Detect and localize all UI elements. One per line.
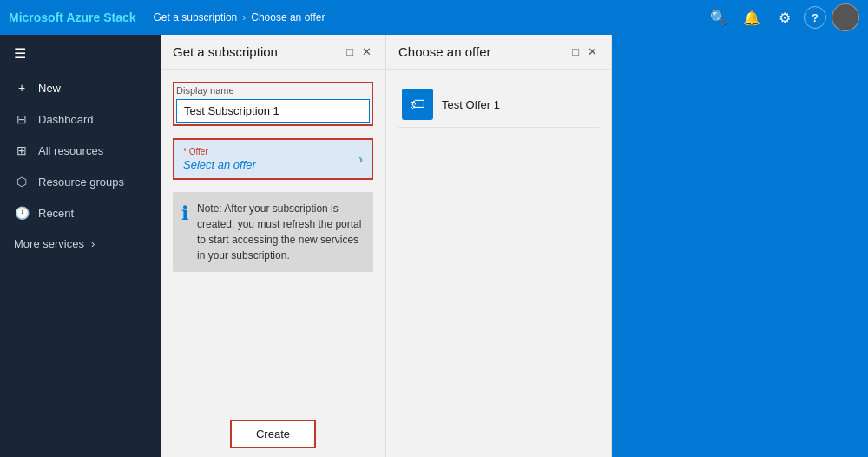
more-services-label: More services [14, 237, 84, 250]
display-name-group: Display name [173, 82, 373, 126]
close-offer-panel-icon[interactable]: ✕ [586, 43, 599, 60]
breadcrumb-sep: › [242, 11, 246, 23]
resource-groups-icon: ⬡ [14, 175, 30, 189]
display-name-input[interactable] [176, 99, 370, 123]
choose-offer-panel-title: Choose an offer [398, 44, 490, 59]
breadcrumb: Get a subscription › Choose an offer [154, 11, 705, 23]
choose-offer-panel-header: Choose an offer □ ✕ [386, 35, 611, 70]
get-subscription-panel-footer: Create [161, 411, 385, 457]
breadcrumb-item-1[interactable]: Get a subscription [154, 11, 238, 23]
minimize-offer-panel-icon[interactable]: □ [570, 43, 581, 60]
sidebar-item-dashboard[interactable]: ⊟ Dashboard [0, 103, 161, 135]
choose-offer-panel-body: 🏷 Test Offer 1 [386, 70, 611, 140]
offer-value: Select an offer [183, 158, 256, 171]
brand-logo: Microsoft Azure Stack [9, 10, 136, 24]
display-name-label: Display name [176, 85, 370, 96]
new-icon: + [14, 81, 30, 95]
offer-label: * Offer [183, 147, 256, 156]
offer-selector-content: * Offer Select an offer [183, 147, 256, 171]
sidebar-item-all-resources-label: All resources [38, 144, 103, 157]
avatar[interactable] [832, 3, 859, 31]
offer-list-item[interactable]: 🏷 Test Offer 1 [398, 82, 599, 128]
sidebar-item-new-label: New [38, 82, 61, 95]
sidebar-item-new[interactable]: + New [0, 72, 161, 103]
get-subscription-panel-body: Display name * Offer Select an offer › ℹ… [161, 70, 385, 411]
search-icon[interactable]: 🔍 [705, 3, 733, 31]
create-button[interactable]: Create [230, 420, 316, 448]
notifications-icon[interactable]: 🔔 [738, 3, 766, 31]
topbar-icons: 🔍 🔔 ⚙ ? [705, 3, 859, 31]
brand-azure: Azure Stack [66, 10, 135, 24]
choose-offer-panel-icons: □ ✕ [570, 43, 599, 60]
brand-ms: Microsoft [9, 10, 66, 24]
choose-offer-panel: Choose an offer □ ✕ 🏷 Test Offer 1 [386, 35, 612, 457]
info-icon: ℹ [181, 202, 188, 263]
sidebar-item-recent[interactable]: 🕐 Recent [0, 197, 161, 228]
offer-chevron-icon: › [358, 152, 363, 166]
main-layout: ☰ + New ⊟ Dashboard ⊞ All resources ⬡ Re… [0, 35, 868, 457]
all-resources-icon: ⊞ [14, 143, 30, 157]
sidebar-item-recent-label: Recent [38, 207, 74, 220]
close-panel-icon[interactable]: ✕ [360, 43, 373, 60]
get-subscription-panel: Get a subscription □ ✕ Display name * Of… [161, 35, 386, 457]
dashboard-icon: ⊟ [14, 112, 30, 126]
topbar: Microsoft Azure Stack Get a subscription… [0, 0, 868, 35]
offer-tag-icon: 🏷 [402, 89, 433, 120]
sidebar-more-services[interactable]: More services › [0, 228, 161, 259]
breadcrumb-item-2[interactable]: Choose an offer [251, 11, 325, 23]
sidebar-item-resource-groups[interactable]: ⬡ Resource groups [0, 166, 161, 197]
blue-background-area [612, 35, 868, 457]
info-note: ℹ Note: After your subscription is creat… [173, 192, 373, 272]
sidebar-item-resource-groups-label: Resource groups [38, 176, 124, 189]
help-icon[interactable]: ? [804, 6, 826, 29]
sidebar-item-all-resources[interactable]: ⊞ All resources [0, 135, 161, 166]
offer-selector[interactable]: * Offer Select an offer › [173, 138, 373, 180]
get-subscription-panel-header: Get a subscription □ ✕ [161, 35, 385, 70]
sidebar: ☰ + New ⊟ Dashboard ⊞ All resources ⬡ Re… [0, 35, 161, 457]
settings-icon[interactable]: ⚙ [771, 3, 799, 31]
hamburger-menu[interactable]: ☰ [0, 35, 161, 72]
minimize-panel-icon[interactable]: □ [345, 43, 355, 60]
get-subscription-panel-title: Get a subscription [173, 44, 278, 59]
get-subscription-panel-icons: □ ✕ [345, 43, 373, 60]
recent-icon: 🕐 [14, 206, 30, 220]
sidebar-item-dashboard-label: Dashboard [38, 113, 94, 126]
offer-item-name: Test Offer 1 [442, 98, 500, 111]
info-text: Note: After your subscription is created… [197, 201, 365, 263]
panels-area: Get a subscription □ ✕ Display name * Of… [161, 35, 868, 457]
more-chevron-icon: › [91, 237, 95, 250]
